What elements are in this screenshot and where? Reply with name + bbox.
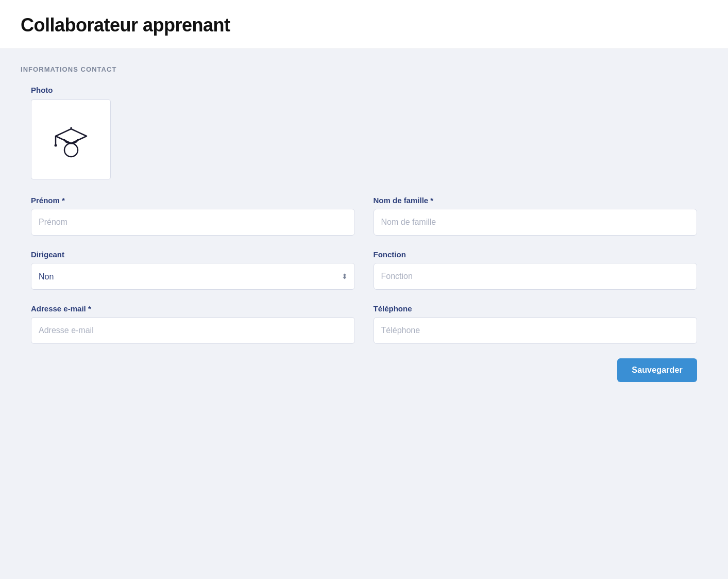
email-input[interactable] xyxy=(31,317,355,344)
fonction-group: Fonction xyxy=(374,250,698,290)
form-row-3: Adresse e-mail * Téléphone xyxy=(31,304,697,344)
telephone-input[interactable] xyxy=(374,317,698,344)
photo-box[interactable] xyxy=(31,100,111,179)
prenom-input[interactable] xyxy=(31,209,355,236)
prenom-label: Prénom * xyxy=(31,196,355,205)
form-row-2: Dirigeant Non Oui ⬍ Fonction xyxy=(31,250,697,290)
nom-famille-label: Nom de famille * xyxy=(374,196,698,205)
form-container: Photo Prénom * xyxy=(21,86,707,382)
form-row-1: Prénom * Nom de famille * xyxy=(31,196,697,236)
graduation-icon xyxy=(53,122,89,158)
page-title: Collaborateur apprenant xyxy=(21,14,707,36)
email-label: Adresse e-mail * xyxy=(31,304,355,313)
save-row: Sauvegarder xyxy=(31,358,697,382)
svg-marker-0 xyxy=(56,129,87,143)
svg-point-4 xyxy=(64,143,78,157)
fonction-label: Fonction xyxy=(374,250,698,259)
nom-famille-group: Nom de famille * xyxy=(374,196,698,236)
dirigeant-group: Dirigeant Non Oui ⬍ xyxy=(31,250,355,290)
prenom-group: Prénom * xyxy=(31,196,355,236)
dirigeant-label: Dirigeant xyxy=(31,250,355,259)
nom-famille-input[interactable] xyxy=(374,209,698,236)
save-button[interactable]: Sauvegarder xyxy=(617,358,697,382)
telephone-group: Téléphone xyxy=(374,304,698,344)
photo-label: Photo xyxy=(31,86,697,94)
email-group: Adresse e-mail * xyxy=(31,304,355,344)
svg-point-2 xyxy=(54,144,57,146)
dirigeant-select[interactable]: Non Oui xyxy=(31,263,355,290)
page-content: INFORMATIONS CONTACT Photo xyxy=(0,49,728,579)
section-label: INFORMATIONS CONTACT xyxy=(21,65,707,73)
photo-section: Photo xyxy=(31,86,697,179)
page-header: Collaborateur apprenant xyxy=(0,0,728,49)
dirigeant-select-wrapper: Non Oui ⬍ xyxy=(31,263,355,290)
telephone-label: Téléphone xyxy=(374,304,698,313)
fonction-input[interactable] xyxy=(374,263,698,290)
